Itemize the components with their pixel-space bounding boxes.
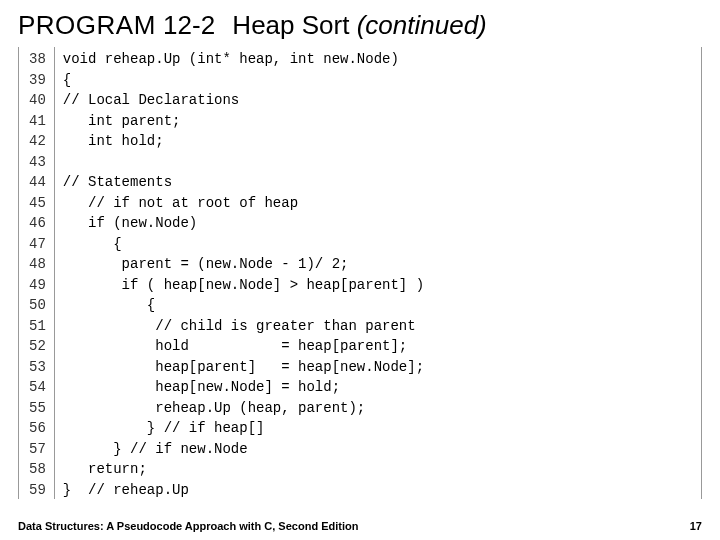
line-number-gutter: 38 39 40 41 42 43 44 45 46 47 48 49 50 5… bbox=[19, 47, 55, 499]
continued-label: (continued) bbox=[357, 10, 487, 40]
program-label: PROGRAM bbox=[18, 10, 156, 40]
code-listing: 38 39 40 41 42 43 44 45 46 47 48 49 50 5… bbox=[18, 47, 702, 499]
program-title: Heap Sort (continued) bbox=[232, 10, 486, 40]
page-number: 17 bbox=[690, 520, 702, 532]
title-text: Heap Sort bbox=[232, 10, 349, 40]
code-content: void reheap.Up (int* heap, int new.Node)… bbox=[55, 47, 701, 499]
program-number: 12-2 bbox=[163, 10, 215, 40]
book-title: Data Structures: A Pseudocode Approach w… bbox=[18, 520, 358, 532]
footer: Data Structures: A Pseudocode Approach w… bbox=[18, 520, 702, 532]
program-header: PROGRAM 12-2 Heap Sort (continued) bbox=[0, 0, 720, 47]
